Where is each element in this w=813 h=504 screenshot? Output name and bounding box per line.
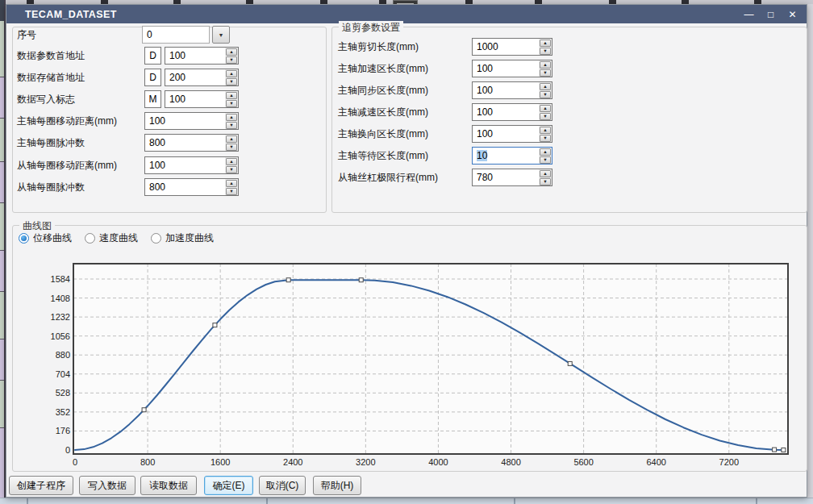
displacement-curve-chart[interactable]: 0800160024003200400048005600640072000176… [39,260,805,474]
spinbox-master-move-per-rev[interactable]: 100 ▲▼ [144,112,239,130]
svg-text:1600: 1600 [211,457,230,467]
close-icon[interactable]: ✕ [782,5,803,23]
label-slave-move-per-rev: 从轴每圈移动距离(mm) [17,156,117,174]
spin-down-icon: ▼ [540,48,551,55]
curve-control-point[interactable] [142,408,146,412]
svg-text:1056: 1056 [51,331,70,341]
spinbox-slave-screw-limit[interactable]: 780 ▲▼ [472,169,552,186]
svg-text:704: 704 [56,369,70,379]
spin-up-icon: ▲ [226,48,237,56]
svg-text:0: 0 [65,445,70,455]
spin-up-icon: ▲ [540,170,551,177]
spin-down-icon: ▼ [226,78,237,85]
spin-buttons[interactable]: ▲▼ [539,104,552,120]
spin-buttons[interactable]: ▲▼ [225,135,238,151]
chevron-down-icon[interactable]: ▼ [212,26,230,44]
svg-text:5600: 5600 [573,457,593,467]
spinbox-slave-move-per-rev[interactable]: 100 ▲▼ [144,156,239,174]
spinbox-data-write-flag[interactable]: 100 ▲▼ [165,90,239,108]
combobox-value[interactable]: 0 [142,26,210,44]
selected-text: 10 [477,150,487,161]
spin-buttons[interactable]: ▲▼ [539,126,552,142]
curve-type-radios: 位移曲线 速度曲线 加速度曲线 [19,231,214,245]
radio-label: 位移曲线 [33,231,72,245]
label-master-accel-length: 主轴加速区长度(mm) [338,60,428,77]
help-button[interactable]: 帮助(H) [313,476,361,495]
label-serial-number: 序号 [17,26,36,44]
spinbox-data-storage-address[interactable]: 200 ▲▼ [165,69,239,86]
curve-svg[interactable]: 0800160024003200400048005600640072000176… [39,260,805,474]
serial-number-combobox[interactable]: 0 ▼ [142,26,230,44]
label-master-wait-length: 主轴等待区长度(mm) [338,147,428,165]
curve-control-point[interactable] [782,448,786,452]
radio-displacement-curve[interactable]: 位移曲线 [19,231,72,245]
prefix-data-storage: D [144,69,161,86]
spin-buttons[interactable]: ▲▼ [225,91,238,107]
label-data-storage-address: 数据存储首地址 [17,69,85,86]
radio-unselected-icon [85,233,95,244]
spin-up-icon: ▲ [226,70,237,77]
svg-text:528: 528 [56,388,70,398]
spin-up-icon: ▲ [226,180,237,187]
titlebar[interactable]: TECAM_DATASET — □ ✕ [6,5,807,23]
shear-group-title: 追剪参数设置 [339,21,403,35]
spin-up-icon: ▲ [540,148,551,156]
spin-buttons[interactable]: ▲▼ [539,39,552,55]
spin-buttons[interactable]: ▲▼ [539,169,552,185]
spin-up-icon: ▲ [540,40,551,47]
label-master-reverse-length: 主轴换向区长度(mm) [338,125,428,143]
spin-buttons[interactable]: ▲▼ [225,69,238,85]
spin-buttons[interactable]: ▲▼ [539,148,552,164]
ok-button[interactable]: 确定(E) [204,476,253,495]
radio-unselected-icon [151,233,161,244]
maximize-icon[interactable]: □ [760,5,782,23]
spin-buttons[interactable]: ▲▼ [225,179,238,195]
svg-text:1584: 1584 [51,274,70,284]
write-data-button[interactable]: 写入数据 [79,476,136,495]
spin-down-icon: ▼ [226,144,237,151]
background-app-bottom-edge [0,498,813,504]
spinbox-master-wait-length[interactable]: 10 ▲▼ [472,147,552,165]
spin-buttons[interactable]: ▲▼ [225,48,238,64]
curve-control-point[interactable] [568,361,572,365]
label-master-shear-length: 主轴剪切长度(mm) [338,38,419,56]
spin-buttons[interactable]: ▲▼ [539,82,552,98]
spinbox-slave-pulses-per-rev[interactable]: 800 ▲▼ [144,178,239,196]
spin-down-icon: ▼ [540,91,551,98]
cancel-button[interactable]: 取消(C) [259,476,306,495]
spin-buttons[interactable]: ▲▼ [539,60,552,77]
curve-control-point[interactable] [359,278,363,282]
spinbox-master-accel-length[interactable]: 100 ▲▼ [472,60,552,77]
curve-control-point[interactable] [286,278,290,282]
svg-text:4000: 4000 [428,457,448,467]
spin-down-icon: ▼ [226,56,237,64]
spinbox-master-sync-length[interactable]: 100 ▲▼ [472,81,552,99]
curve-control-point[interactable] [213,323,217,327]
curve-control-point[interactable] [773,448,777,452]
radio-label: 加速度曲线 [165,231,214,245]
minimize-icon[interactable]: — [738,5,760,23]
spinbox-data-param-address[interactable]: 100 ▲▼ [165,47,239,65]
label-master-decel-length: 主轴减速区长度(mm) [338,103,428,121]
svg-text:1408: 1408 [51,294,70,303]
spin-down-icon: ▼ [540,156,551,164]
spin-up-icon: ▲ [540,105,551,112]
spinbox-master-pulses-per-rev[interactable]: 800 ▲▼ [144,134,239,152]
spinbox-master-shear-length[interactable]: 1000 ▲▼ [472,38,552,56]
svg-text:4800: 4800 [501,457,520,467]
read-data-button[interactable]: 读取数据 [140,476,197,495]
spinbox-master-decel-length[interactable]: 100 ▲▼ [472,103,552,121]
spin-buttons[interactable]: ▲▼ [225,157,238,173]
svg-text:880: 880 [56,350,70,360]
radio-velocity-curve[interactable]: 速度曲线 [85,231,138,245]
spinbox-master-reverse-length[interactable]: 100 ▲▼ [472,125,552,143]
spin-buttons[interactable]: ▲▼ [225,113,238,129]
screen: TECAM_DATASET — □ ✕ 序号 数据参数首地址 数据存储首地址 数… [0,0,813,504]
prefix-data-write-flag: M [144,90,161,108]
svg-text:0: 0 [73,457,77,467]
spin-up-icon: ▲ [540,61,551,69]
label-master-sync-length: 主轴同步区长度(mm) [338,81,428,99]
radio-acceleration-curve[interactable]: 加速度曲线 [151,231,214,245]
create-subprogram-button[interactable]: 创建子程序 [9,476,73,495]
label-master-move-per-rev: 主轴每圈移动距离(mm) [17,112,117,130]
